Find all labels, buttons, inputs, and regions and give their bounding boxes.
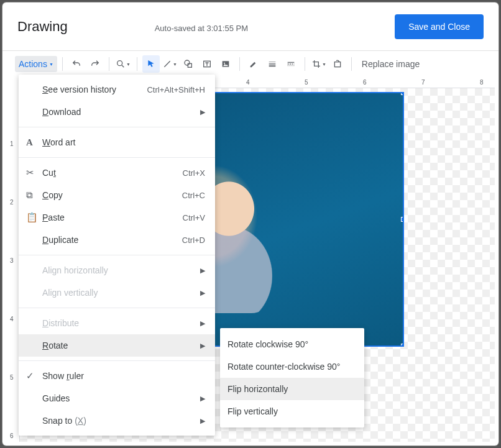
menu-label: Align vertically — [42, 288, 200, 298]
ruler-tick: 5 — [305, 79, 308, 86]
ruler-tick: 5 — [10, 374, 14, 381]
image-tool-button[interactable] — [217, 55, 234, 73]
ruler-tick: 2 — [10, 199, 14, 206]
submenu-flip-vertical[interactable]: Flip vertically — [220, 400, 364, 423]
replace-image-button[interactable]: Replace image — [357, 55, 425, 73]
shape-icon — [183, 59, 193, 69]
scissors-icon: ✂ — [26, 167, 42, 178]
menu-distribute: Distribute ▶ — [19, 312, 215, 334]
submenu-arrow-icon: ▶ — [200, 417, 205, 425]
resize-handle-tr[interactable] — [401, 92, 404, 95]
actions-label: Actions — [19, 59, 47, 69]
actions-menu: See version history Ctrl+Alt+Shift+H Dow… — [19, 75, 215, 436]
menu-separator — [19, 127, 215, 127]
border-weight-button[interactable] — [264, 55, 281, 73]
submenu-arrow-icon: ▶ — [200, 342, 205, 350]
svg-rect-6 — [334, 62, 340, 67]
ruler-tick: 7 — [421, 79, 425, 86]
menu-label: Copy — [42, 190, 182, 200]
crop-icon — [311, 59, 321, 69]
separator — [239, 57, 240, 71]
separator — [351, 57, 352, 71]
chevron-down-icon: ▼ — [322, 62, 326, 66]
ruler-tick: 4 — [246, 79, 250, 86]
menu-rotate[interactable]: Rotate ▶ — [19, 334, 215, 357]
dialog-header: Drawing Auto-saved at 3:01:55 PM Save an… — [2, 2, 499, 51]
svg-point-5 — [224, 63, 225, 64]
save-and-close-button[interactable]: Save and Close — [395, 14, 484, 39]
undo-icon — [71, 59, 81, 69]
menu-label: Paste — [42, 213, 183, 222]
menu-label: Rotate counter-clockwise 90° — [228, 362, 354, 372]
shape-tool-button[interactable] — [180, 55, 197, 73]
ruler-vertical: 1 2 3 4 5 6 — [6, 88, 20, 442]
menu-label: See version history — [42, 85, 147, 94]
svg-point-0 — [117, 61, 122, 66]
menu-align-horizontal: Align horizontally ▶ — [19, 259, 215, 281]
ruler-tick: 1 — [10, 140, 14, 147]
menu-guides[interactable]: Guides ▶ — [19, 387, 215, 409]
drawing-dialog: Drawing Auto-saved at 3:01:55 PM Save an… — [2, 2, 499, 446]
textbox-tool-button[interactable] — [198, 55, 216, 73]
actions-menu-button[interactable]: Actions▼ — [15, 56, 57, 72]
undo-button[interactable] — [68, 55, 85, 73]
menu-word-art[interactable]: A Word art — [19, 131, 215, 153]
menu-cut[interactable]: ✂ Cut Ctrl+X — [19, 162, 215, 184]
border-color-button[interactable] — [245, 55, 262, 73]
border-dash-button[interactable] — [282, 55, 300, 73]
header-left: Drawing Auto-saved at 3:01:55 PM — [17, 19, 248, 35]
checkmark-icon: ✓ — [26, 370, 42, 382]
menu-label: Flip horizontally — [228, 384, 354, 394]
menu-paste[interactable]: 📋 Paste Ctrl+V — [19, 206, 215, 229]
menu-shortcut: Ctrl+C — [182, 191, 205, 200]
chevron-down-icon: ▼ — [126, 62, 131, 66]
menu-copy[interactable]: ⧉ Copy Ctrl+C — [19, 184, 215, 206]
submenu-rotate-cw[interactable]: Rotate clockwise 90° — [220, 333, 364, 355]
menu-label: Snap to (X) — [42, 416, 200, 426]
resize-handle-mr[interactable] — [401, 217, 404, 222]
line-icon — [162, 59, 172, 69]
line-tool-button[interactable]: ▼ — [161, 55, 178, 73]
menu-snap-to[interactable]: Snap to (X) ▶ — [19, 409, 215, 432]
ruler-tick: 3 — [10, 257, 14, 264]
svg-rect-2 — [188, 63, 191, 67]
image-icon — [221, 59, 231, 69]
clipboard-icon: 📋 — [26, 212, 42, 223]
chevron-down-icon: ▼ — [49, 62, 53, 66]
menu-show-ruler[interactable]: ✓ Show ruler — [19, 365, 215, 387]
svg-point-1 — [185, 60, 190, 65]
redo-button[interactable] — [86, 55, 104, 73]
menu-separator — [19, 308, 215, 308]
menu-label: Duplicate — [42, 235, 182, 245]
submenu-arrow-icon: ▶ — [200, 289, 205, 297]
menu-label: Distribute — [42, 318, 200, 328]
reset-image-button[interactable] — [329, 55, 346, 73]
menu-label: Rotate — [42, 341, 200, 350]
submenu-rotate-ccw[interactable]: Rotate counter-clockwise 90° — [220, 355, 364, 378]
menu-download[interactable]: Download ▶ — [19, 101, 215, 123]
separator — [109, 57, 109, 71]
word-art-icon: A — [26, 137, 42, 148]
reset-image-icon — [333, 59, 342, 69]
ruler-tick: 6 — [10, 432, 14, 439]
ruler-tick: 6 — [363, 79, 367, 86]
menu-label: Align horizontally — [42, 265, 200, 275]
menu-shortcut: Ctrl+D — [182, 235, 205, 245]
separator — [137, 57, 137, 71]
border-dash-icon — [286, 59, 296, 69]
rotate-submenu: Rotate clockwise 90° Rotate counter-cloc… — [220, 328, 364, 427]
crop-button[interactable]: ▼ — [310, 55, 328, 73]
select-tool-button[interactable] — [142, 55, 160, 73]
submenu-flip-horizontal[interactable]: Flip horizontally — [220, 378, 364, 400]
menu-see-history[interactable]: See version history Ctrl+Alt+Shift+H — [19, 78, 215, 101]
copy-icon: ⧉ — [26, 190, 42, 201]
ruler-tick: 4 — [10, 316, 14, 322]
submenu-arrow-icon: ▶ — [200, 319, 205, 327]
menu-shortcut: Ctrl+X — [183, 168, 205, 178]
resize-handle-br[interactable] — [401, 344, 404, 347]
menu-duplicate[interactable]: Duplicate Ctrl+D — [19, 229, 215, 251]
chevron-down-icon: ▼ — [173, 62, 177, 66]
menu-label: Guides — [42, 393, 200, 403]
zoom-button[interactable]: ▼ — [114, 55, 132, 73]
separator — [305, 57, 305, 71]
